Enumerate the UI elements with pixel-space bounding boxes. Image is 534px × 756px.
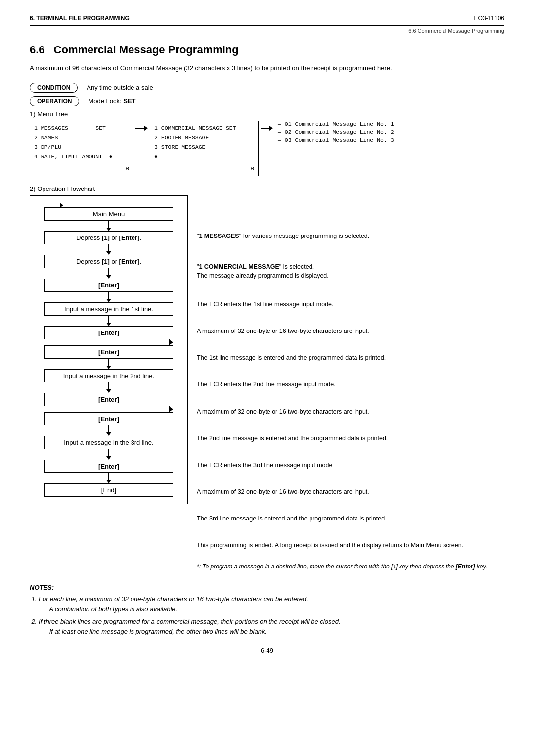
branch-1: — 01 Commercial Message Line No. 1 [278,121,394,127]
flow-text-enter6: [Enter] [98,463,119,470]
flow-box-enter1: [Enter] [44,279,173,292]
desc-input2: A maximum of 32 one-byte or 16 two-byte … [197,405,504,419]
flow-box-depress1b-wrapper: ★ Depress [1] or [Enter]. [44,255,173,268]
desc-enter5: The ECR enters the 3rd line message inpu… [197,458,504,472]
menu-row-cm: 1 COMMERCIAL MESSAGE SET [154,123,254,133]
vline-9 [108,449,109,456]
menu-row-diaond2: ♦ [154,152,254,162]
operation-row: OPERATION Mode Lock: SET [30,96,504,106]
flow-text-enter4: [Enter] [98,396,119,403]
menu-branches: — 01 Commercial Message Line No. 1 — 02 … [278,121,394,143]
arrow-2 [106,251,111,255]
flowchart-wrapper: Main Menu Depress [1] or [Enter]. ★ D [30,195,504,574]
menu-counter-2: 0 [154,163,254,174]
vline-5 [108,316,109,323]
flowchart-descriptions: "1 MESSAGES" for various message program… [188,195,504,574]
menu-arrow-1 [135,126,148,131]
flow-text-input1: Input a message in the 1st line. [64,305,153,313]
subheader: 6.6 Commercial Message Programming [30,28,504,34]
vline-3 [108,268,109,275]
menu-tree-container: 1 MESSAGES SET 2 NAMES 3 DP/PLU 4 RATE, … [30,121,504,176]
vline-6 [108,359,109,366]
desc-input1: A maximum of 32 one-byte or 16 two-byte … [197,324,504,338]
page-footer: 6-49 [30,647,504,654]
condition-text: Any time outside a sale [87,84,153,91]
arrow-1 [106,228,111,231]
branch-2: — 02 Commercial Message Line No. 2 [278,129,394,135]
flow-text-depress1b: Depress [1] or [Enter]. [76,258,141,265]
arrow-8 [106,432,111,436]
vline-2 [108,244,109,251]
vline-8 [108,425,109,432]
flow-text-depress1: Depress [1] or [Enter]. [76,234,141,241]
flow-box-end: [End] [44,483,173,497]
notes-title: NOTES: [30,584,504,591]
note-1: For each line, a maximum of 32 one-byte … [39,594,504,614]
menu-row-footer: 2 FOOTER MESSAGE [154,133,254,142]
condition-badge: CONDITION [30,83,78,93]
flow-box-enter6: [Enter] [44,460,173,473]
arrow-9 [106,456,111,460]
desc-depress1: "1 MESSAGES" for various message program… [197,229,504,243]
flow-column: Main Menu Depress [1] or [Enter]. ★ D [35,208,182,497]
flow-box-enter4: [Enter] [44,393,173,406]
notes-list: For each line, a maximum of 32 one-byte … [30,594,504,637]
section-number: 6.6 [30,44,45,56]
flow-text-enter5: [Enter] [98,415,119,423]
arrow-7 [106,389,111,393]
flow-box-enter3: [Enter] [44,345,173,359]
menu-row-3: 3 DP/PLU [34,142,129,152]
section-heading: Commercial Message Programming [54,44,239,56]
desc-enter4: The 2nd line message is entered and the … [197,431,504,445]
notes-section: NOTES: For each line, a maximum of 32 on… [30,584,504,637]
flow-text-enter3: [Enter] [98,348,119,356]
page-header: 6. TERMINAL FILE PROGRAMMING EO3-11106 [30,15,504,26]
section-title: 6.6Commercial Message Programming [30,44,504,56]
note-2: If three blank lines are programmed for … [39,617,504,637]
operation-bold: SET [123,97,135,105]
operation-badge: OPERATION [30,96,79,106]
header-right: EO3-11106 [474,15,504,22]
branch-right-2 [44,406,173,412]
flow-text-enter2: [Enter] [98,329,119,336]
flowchart-footnote: *: To program a message in a desired lin… [197,560,504,573]
menu-box-1: 1 MESSAGES SET 2 NAMES 3 DP/PLU 4 RATE, … [30,121,134,176]
desc-end: This programming is ended. A long receip… [197,538,504,552]
flowchart-label: 2) Operation Flowchart [30,185,504,192]
flow-box-depress1: Depress [1] or [Enter]. [44,231,173,244]
flowchart-diagram: Main Menu Depress [1] or [Enter]. ★ D [30,195,188,504]
desc-enter2: The 1st line message is entered and the … [197,351,504,365]
arrow-6 [106,366,111,369]
menu-row-store: 3 STORE MESSAGE [154,142,254,152]
vline-10 [108,473,109,480]
desc-enter1: The ECR enters the 1st line message inpu… [197,297,504,311]
menu-tree-section: 1) Menu Tree 1 MESSAGES SET 2 NAMES 3 DP… [30,110,504,176]
menu-tree-label: 1) Menu Tree [30,110,504,118]
menu-row-4: 4 RATE, LIMIT AMOUNT ♦ [34,152,129,162]
flow-text-enter1: [Enter] [98,282,119,289]
desc-enter3: The ECR enters the 2nd line message inpu… [197,378,504,391]
flow-box-input1: Input a message in the 1st line. [44,302,173,316]
flow-box-main-menu: Main Menu [44,207,173,221]
vline-1 [108,221,109,228]
desc-input3: A maximum of 32 one-byte or 16 two-byte … [197,485,504,499]
desc-enter6: The 3rd line message is entered and the … [197,512,504,525]
desc-depress1b: "1 COMMERCIAL MESSAGE" is selected.The m… [197,260,504,283]
page-number: 6-49 [261,647,273,654]
operation-text: Mode Lock: SET [88,97,135,105]
menu-counter-1: 0 [34,163,129,174]
menu-box-2: 1 COMMERCIAL MESSAGE SET 2 FOOTER MESSAG… [150,121,259,176]
flow-box-main-menu-text: Main Menu [93,210,125,218]
arrow-5 [106,323,111,326]
arrow-3 [106,275,111,279]
intro-paragraph: A maximum of 96 characters of Commercial… [30,63,504,74]
menu-row-1: 1 MESSAGES SET [34,123,129,133]
subheader-text: 6.6 Commercial Message Programming [408,28,504,34]
flow-text-input2: Input a message in the 2nd line. [63,372,154,379]
arrow-10 [106,480,111,483]
vline-4 [108,292,109,299]
flowchart-section: 2) Operation Flowchart Main Menu [30,185,504,574]
header-left: 6. TERMINAL FILE PROGRAMMING [30,15,130,22]
menu-row-2: 2 NAMES [34,133,129,142]
flow-box-depress1b: Depress [1] or [Enter]. [44,255,173,268]
